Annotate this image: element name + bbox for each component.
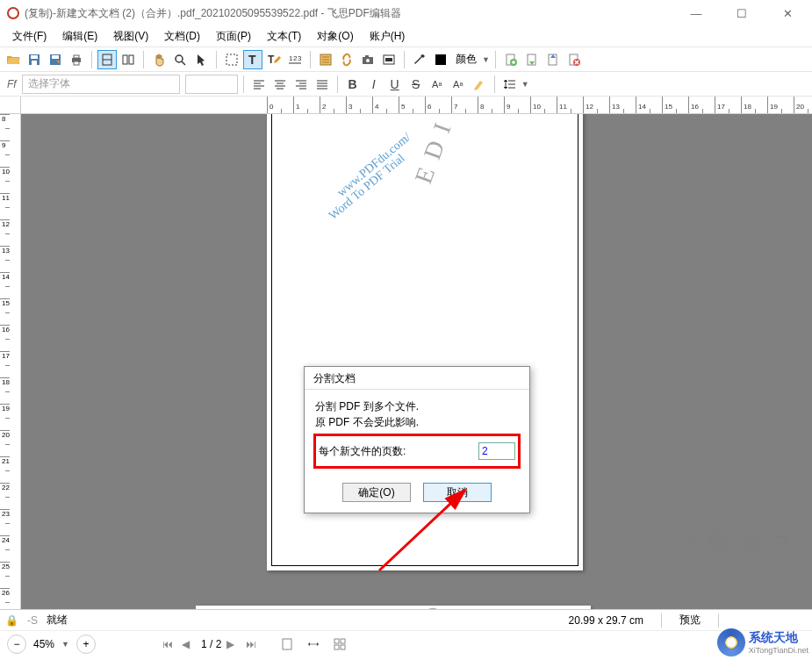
font-family-select[interactable]: 选择字体 <box>22 75 180 94</box>
toolbar-text: Ff 选择字体 B I U S Aa Aa ▼ <box>0 72 812 97</box>
svg-rect-34 <box>341 639 345 643</box>
menu-object[interactable]: 对象(O) <box>310 26 360 47</box>
svg-rect-35 <box>334 645 339 649</box>
menu-file[interactable]: 文件(F) <box>5 26 54 47</box>
align-left-icon[interactable] <box>249 75 269 94</box>
extract-page-icon[interactable] <box>543 50 563 69</box>
page-indicator[interactable]: 1 / 2 <box>201 638 221 650</box>
hand-icon[interactable] <box>149 50 169 69</box>
dialog-title: 分割文档 <box>305 367 529 390</box>
page-layout-icon[interactable] <box>97 50 117 69</box>
fit-width-icon[interactable] <box>304 635 323 654</box>
svg-rect-1 <box>31 55 38 59</box>
svg-rect-36 <box>341 645 345 649</box>
page-layout2-icon[interactable] <box>119 50 138 69</box>
fit-page-icon[interactable] <box>277 635 297 654</box>
insert-page-icon[interactable] <box>522 50 542 69</box>
text-spacing-icon[interactable]: 123 <box>285 50 305 69</box>
save-icon[interactable] <box>25 50 44 69</box>
eyedropper-icon[interactable] <box>410 50 429 69</box>
faded-watermark: 下载 使用 <box>679 526 794 556</box>
close-button[interactable]: ✕ <box>770 7 805 20</box>
watermark-editor: EDITOR <box>409 114 488 187</box>
bottom-bar: − 45% ▼ + ⏮ ◀ 1 / 2 ▶ ⏭ <box>0 630 812 656</box>
strikethrough-icon[interactable]: S <box>406 75 426 94</box>
status-ready: 就绪 <box>47 613 68 628</box>
minimize-button[interactable]: — <box>679 7 714 20</box>
pages-per-file-row: 每个新文件的页数: <box>315 435 519 467</box>
select-icon[interactable] <box>222 50 241 69</box>
zoom-level[interactable]: 45% <box>33 638 54 650</box>
svg-text:T: T <box>268 54 275 66</box>
status-bar: 🔒 -S 就绪 20.99 x 29.7 cm 预览 <box>0 609 812 630</box>
svg-point-11 <box>176 55 183 62</box>
align-right-icon[interactable] <box>291 75 311 94</box>
dialog-description: 分割 PDF 到多个文件. 原 PDF 不会受此影响. <box>315 398 519 430</box>
svg-rect-21 <box>365 55 369 57</box>
pdf-page-2: TOR www.PDFdu.com/ 影 <box>196 606 591 609</box>
delete-page-icon[interactable] <box>564 50 584 69</box>
align-center-icon[interactable] <box>270 75 290 94</box>
menu-text[interactable]: 文本(T) <box>260 26 308 47</box>
ruler-horizontal: 01234567891011121314151617181920 <box>0 97 812 114</box>
svg-rect-6 <box>74 55 79 58</box>
svg-rect-10 <box>129 55 133 64</box>
italic-icon[interactable]: I <box>364 75 384 94</box>
menu-view[interactable]: 视图(V) <box>106 26 155 47</box>
app-icon <box>7 7 19 19</box>
color-swatch-icon[interactable] <box>431 50 450 69</box>
preview-label[interactable]: 预览 <box>679 613 701 628</box>
camera-icon[interactable] <box>358 50 377 69</box>
color-label: 颜色 <box>452 52 480 67</box>
menu-document[interactable]: 文档(D) <box>157 26 207 47</box>
subscript-icon[interactable]: Aa <box>449 75 468 94</box>
open-icon[interactable] <box>4 50 23 69</box>
first-page-button[interactable]: ⏮ <box>162 638 176 650</box>
align-justify-icon[interactable] <box>313 75 332 94</box>
lock-icon: 🔒 <box>5 614 18 627</box>
zoom-icon[interactable] <box>170 50 190 69</box>
ok-button[interactable]: 确定(O) <box>342 483 411 502</box>
line-spacing-icon[interactable] <box>500 75 520 94</box>
svg-rect-2 <box>32 61 37 65</box>
font-size-select[interactable] <box>185 75 238 94</box>
prev-page-button[interactable]: ◀ <box>182 638 196 650</box>
add-page-icon[interactable] <box>501 50 521 69</box>
print-icon[interactable] <box>67 50 86 69</box>
next-page-button[interactable]: ▶ <box>226 638 241 650</box>
highlight-icon[interactable] <box>470 75 489 94</box>
cancel-button[interactable]: 取消 <box>423 483 492 502</box>
svg-text:3: 3 <box>298 54 302 62</box>
zoom-out-button[interactable]: − <box>7 635 26 654</box>
svg-rect-12 <box>226 54 237 65</box>
last-page-button[interactable]: ⏭ <box>246 638 260 650</box>
svg-rect-7 <box>74 61 79 65</box>
ruler-vertical: 8910111213141516171819202122232425262728… <box>0 114 21 609</box>
bold-icon[interactable]: B <box>343 75 363 94</box>
brand-watermark: 系统天地 XiTongTianDi.net <box>717 628 808 656</box>
maximize-button[interactable]: ☐ <box>724 7 759 20</box>
watermark-tor: TOR <box>411 606 462 609</box>
page-navigator: ⏮ ◀ 1 / 2 ▶ ⏭ <box>162 638 260 650</box>
menu-account[interactable]: 账户(H) <box>363 26 413 47</box>
save-as-icon[interactable] <box>46 50 65 69</box>
brand-logo-icon <box>717 628 745 656</box>
zoom-in-button[interactable]: + <box>76 635 96 654</box>
menu-page[interactable]: 页面(P) <box>209 26 258 47</box>
link-icon[interactable] <box>337 50 356 69</box>
redact-icon[interactable] <box>379 50 399 69</box>
menu-edit[interactable]: 编辑(E) <box>55 26 104 47</box>
svg-rect-33 <box>334 639 339 643</box>
pointer-icon[interactable] <box>191 50 211 69</box>
document-canvas[interactable]: EDITOR www.PDFdu.com/ Word To PDF Trial … <box>21 114 812 609</box>
text-tool-icon[interactable]: T <box>243 50 262 69</box>
pages-input[interactable] <box>478 442 515 460</box>
text-edit-icon[interactable]: T <box>264 50 284 69</box>
superscript-icon[interactable]: Aa <box>428 75 447 94</box>
underline-icon[interactable]: U <box>385 75 405 94</box>
split-document-dialog: 分割文档 分割 PDF 到多个文件. 原 PDF 不会受此影响. 每个新文件的页… <box>304 366 530 513</box>
page-dimensions: 20.99 x 29.7 cm <box>569 614 643 627</box>
grid-icon[interactable] <box>330 635 349 654</box>
form-icon[interactable] <box>316 50 335 69</box>
svg-rect-4 <box>52 55 59 59</box>
